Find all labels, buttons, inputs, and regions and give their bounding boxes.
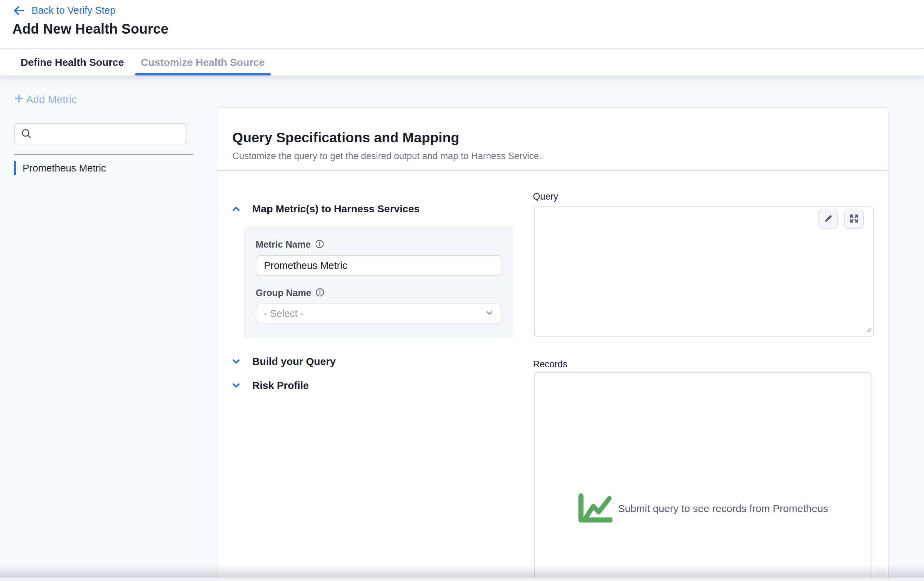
chevron-down-icon: [485, 308, 494, 319]
metric-name-label: Metric Name: [256, 239, 311, 250]
line-chart-icon: [578, 493, 612, 524]
query-label: Query: [533, 191, 558, 202]
health-source-tabbar: Define Health Source Customize Health So…: [0, 50, 924, 75]
records-label: Records: [533, 359, 568, 370]
add-metric-label: Add Metric: [26, 94, 77, 106]
section-label: Map Metric(s) to Harness Services: [252, 203, 420, 215]
records-panel: Submit query to see records from Prometh…: [534, 372, 872, 579]
tab-define-health-source[interactable]: Define Health Source: [15, 50, 130, 75]
search-icon: [21, 128, 32, 141]
section-label: Risk Profile: [252, 380, 309, 391]
back-to-verify-step-link[interactable]: Back to Verify Step: [13, 5, 116, 16]
info-icon[interactable]: [315, 288, 325, 298]
chevron-down-icon: [231, 381, 241, 391]
add-metric-button[interactable]: Add Metric: [14, 93, 77, 106]
content-area: Add Metric Prometheus Metric Query Speci…: [0, 75, 924, 581]
expand-arrows-icon: [849, 214, 859, 225]
tab-customize-health-source[interactable]: Customize Health Source: [135, 50, 271, 75]
chevron-down-icon: [231, 356, 241, 367]
pencil-icon: [823, 214, 833, 225]
section-risk-profile-header[interactable]: Risk Profile: [231, 380, 309, 391]
select-placeholder: - Select -: [264, 308, 304, 319]
page-header: Back to Verify Step Add New Health Sourc…: [0, 0, 924, 49]
info-icon[interactable]: [315, 239, 324, 250]
arrow-left-icon: [13, 5, 25, 16]
group-name-select[interactable]: - Select -: [256, 303, 502, 323]
metrics-sidebar: Add Metric Prometheus Metric: [0, 75, 216, 581]
metric-search: [14, 123, 187, 144]
query-specifications-card: Query Specifications and Mapping Customi…: [216, 108, 889, 581]
card-body: Map Metric(s) to Harness Services Metric…: [217, 170, 888, 581]
query-editor: [534, 207, 874, 337]
section-label: Build your Query: [252, 356, 335, 367]
metric-search-input[interactable]: [14, 123, 187, 144]
chevron-up-icon: [231, 204, 241, 214]
plus-icon: [14, 93, 24, 106]
edit-query-button[interactable]: [818, 210, 838, 229]
map-metric-form-panel: Metric Name Group Name: [244, 226, 513, 338]
section-map-metrics-header[interactable]: Map Metric(s) to Harness Services: [231, 203, 420, 215]
records-empty-state: Submit query to see records from Prometh…: [578, 493, 828, 524]
sidebar-divider: [14, 154, 193, 155]
card-subtitle: Customize the query to get the desired o…: [233, 151, 888, 162]
metric-item-label: Prometheus Metric: [23, 162, 106, 174]
expand-query-button[interactable]: [844, 210, 864, 229]
section-build-query-header[interactable]: Build your Query: [231, 356, 335, 367]
card-title: Query Specifications and Mapping: [233, 130, 888, 146]
back-link-label: Back to Verify Step: [31, 5, 116, 16]
selected-indicator-bar: [14, 161, 16, 175]
group-name-label: Group Name: [256, 288, 311, 298]
page-title: Add New Health Source: [12, 21, 168, 37]
records-empty-message: Submit query to see records from Prometh…: [618, 503, 828, 515]
sidebar-item-prometheus-metric[interactable]: Prometheus Metric: [14, 161, 193, 175]
metric-name-input[interactable]: [256, 255, 502, 276]
resize-grip-icon[interactable]: [864, 325, 872, 335]
